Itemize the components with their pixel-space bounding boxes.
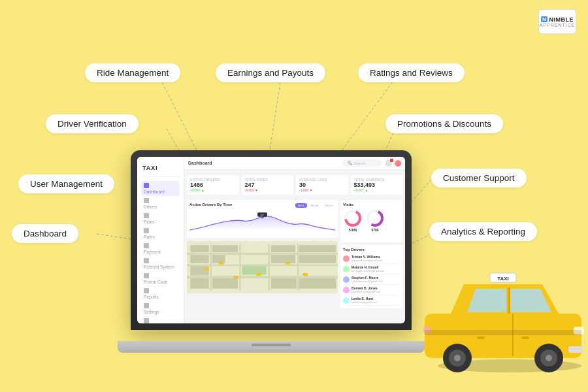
svg-rect-28 [299, 255, 336, 263]
filter-month[interactable]: Month [308, 203, 321, 208]
stat-total-earnings: TOTAL EARNINGS $33,493 +8,007 ▲ [351, 175, 403, 195]
svg-rect-20 [242, 266, 266, 274]
laptop-screen: TAXI DashboardDriversRidesRatesPaymentRe… [137, 157, 405, 323]
chart-svg: 67 [189, 209, 335, 237]
svg-rect-33 [299, 278, 336, 289]
notification-badge [390, 159, 393, 162]
driver-info: Melanie H. Donell melanieh.donell@gmail.… [351, 265, 400, 272]
logo-sub: APPRENTICE [540, 23, 576, 27]
laptop: TAXI DashboardDriversRidesRatesPaymentRe… [131, 150, 412, 353]
driver-row: Barnett B. Jones barnettjones@gmail.com [343, 285, 400, 295]
svg-rect-37 [233, 276, 238, 278]
sidebar-item-label: Settings [144, 310, 159, 314]
svg-point-53 [546, 355, 552, 361]
svg-rect-38 [303, 273, 308, 276]
stat-change-1: -6,000 ▼ [245, 188, 291, 192]
driver-avatar [343, 276, 350, 283]
donut-1: 5/189 [343, 208, 363, 232]
svg-rect-61 [568, 346, 583, 353]
svg-rect-13 [187, 253, 338, 255]
sidebar-item-icon [144, 273, 149, 278]
sidebar-item-label: Reports [144, 295, 159, 299]
svg-rect-21 [190, 245, 208, 252]
screen-nav: Dashboard 🔍 Search [184, 157, 405, 170]
driver-avatar [343, 266, 350, 272]
sidebar-item-icon [144, 228, 149, 233]
svg-rect-25 [271, 245, 295, 252]
sidebar-item-dashboard[interactable]: Dashboard [141, 181, 180, 196]
map-svg [187, 241, 338, 293]
svg-rect-23 [212, 245, 238, 252]
main-area: ACTIVE DRIVERS 1486 +8,000 ▲ TOTAL RIDES… [184, 172, 405, 323]
sidebar-item-rides[interactable]: Rides [141, 211, 180, 226]
feature-label-analytics-reporting: Analytics & Reporting [429, 222, 537, 241]
sidebar-item-settings[interactable]: Settings [141, 301, 180, 316]
stat-change-0: +8,000 ▲ [190, 188, 236, 192]
sidebar-logo: TAXI [141, 162, 180, 177]
feature-label-promotions-discounts: Promotions & Discounts [385, 114, 503, 133]
filter-others[interactable]: Others [322, 203, 335, 208]
left-charts: Active Drivers By Time Week Month Others [187, 200, 338, 308]
drivers-title: Top Drivers [343, 248, 400, 252]
driver-info: Barnett B. Jones barnettjones@gmail.com [351, 286, 400, 293]
driver-info: Leslie E. Hunt lesliehunt@gmail.com [351, 297, 400, 304]
sidebar-item-promo-code[interactable]: Promo Code [141, 271, 180, 286]
sidebar: TAXI DashboardDriversRidesRatesPaymentRe… [137, 157, 184, 323]
taxi-car: TAXI [412, 255, 588, 372]
sidebar-item-referral-system[interactable]: Referral System [141, 256, 180, 271]
user-avatar [395, 160, 401, 167]
visits-card: Visits 5/189 [340, 200, 402, 242]
sidebar-item-label: Rides [144, 220, 155, 224]
sidebar-item-rates[interactable]: Rates [141, 226, 180, 241]
svg-text:67: 67 [261, 214, 263, 217]
filter-week[interactable]: Week [295, 203, 307, 208]
sidebar-item-icon [144, 303, 149, 308]
screen-content: Dashboard 🔍 Search ACTIVE DRIVERS 1486 + [184, 157, 405, 323]
svg-rect-19 [297, 244, 299, 290]
driver-row: Melanie H. Donell melanieh.donell@gmail.… [343, 264, 400, 274]
sidebar-items: DashboardDriversRidesRatesPaymentReferra… [141, 181, 180, 323]
logo-text: NIMBLE [549, 16, 574, 23]
donut-svg-2 [365, 208, 385, 228]
sidebar-item-label: Drivers [144, 204, 157, 209]
svg-rect-14 [187, 265, 338, 267]
stat-value-0: 1486 [190, 182, 236, 188]
svg-point-50 [454, 355, 461, 361]
screen-title: Dashboard [188, 161, 212, 165]
sidebar-item-icon [144, 243, 149, 248]
chart-title: Active Drivers By Time [189, 203, 232, 206]
stat-value-1: 247 [245, 182, 291, 188]
logo-name: N NIMBLE [541, 16, 574, 23]
stat-total-rides: TOTAL RIDES 247 -6,000 ▼ [242, 175, 294, 195]
stat-value-2: 30 [299, 182, 345, 188]
sidebar-item-icon [144, 258, 149, 263]
driver-email: tristanwilliams@gmail.com [351, 259, 400, 262]
sidebar-item-icon [144, 318, 149, 323]
svg-rect-22 [190, 255, 208, 263]
sidebar-item-icon [144, 183, 149, 188]
driver-row: Leslie E. Hunt lesliehunt@gmail.com [343, 295, 400, 306]
donut-2: $780 [365, 208, 385, 232]
search-bar[interactable]: 🔍 Search [342, 159, 382, 167]
svg-rect-26 [271, 255, 295, 263]
stat-change-3: +8,007 ▲ [354, 188, 400, 192]
donut-container: 5/189 $780 [343, 208, 400, 232]
stat-active-drivers: ACTIVE DRIVERS 1486 +8,000 ▲ [187, 175, 239, 195]
sidebar-item-drivers[interactable]: Drivers [141, 196, 180, 211]
driver-info: Stephen F. Moore stephenmoore@gmail.com [351, 276, 400, 283]
sidebar-item-label: Dashboard [144, 189, 165, 194]
donut-2-value: $780 [371, 228, 378, 232]
right-panel: Visits 5/189 [340, 200, 402, 308]
nimble-logo: N NIMBLE APPRENTICE [538, 9, 576, 34]
feature-label-dashboard: Dashboard [12, 224, 78, 243]
sidebar-item-payment[interactable]: Payment [141, 241, 180, 256]
svg-rect-31 [212, 278, 238, 289]
stat-change-2: -1,000 ▼ [299, 188, 345, 192]
sidebar-item-reports[interactable]: Reports [141, 286, 180, 301]
feature-label-user-management: User Management [18, 174, 114, 193]
svg-rect-34 [219, 261, 223, 264]
sidebar-item-logout[interactable]: Logout [141, 316, 180, 323]
svg-rect-32 [271, 278, 297, 289]
feature-label-earnings-payouts: Earnings and Payouts [216, 63, 325, 82]
svg-rect-36 [286, 261, 290, 264]
